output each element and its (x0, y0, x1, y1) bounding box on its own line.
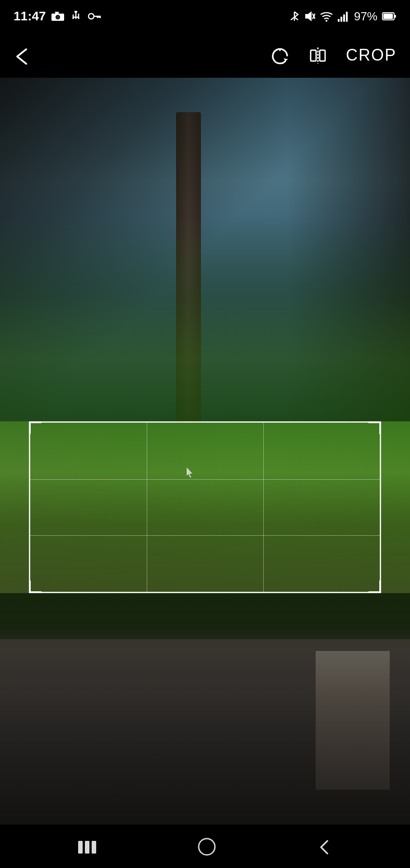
svg-rect-12 (340, 17, 342, 22)
signal-icon (338, 10, 349, 23)
home-button[interactable] (197, 836, 216, 856)
camera-icon (51, 11, 65, 22)
key-icon (87, 11, 103, 22)
time-display: 11:47 (14, 9, 46, 24)
svg-rect-14 (346, 12, 348, 22)
back-nav-button[interactable] (317, 837, 333, 855)
mute-icon (303, 10, 315, 23)
crop-overlay-top (0, 78, 410, 421)
svg-rect-24 (92, 841, 96, 854)
wifi-icon (320, 10, 333, 23)
nav-bar (0, 825, 410, 868)
status-bar: 11:47 (0, 0, 410, 33)
svg-point-7 (89, 14, 94, 19)
svg-rect-11 (338, 19, 340, 22)
flip-button[interactable] (308, 45, 328, 66)
recent-apps-button[interactable] (77, 837, 97, 855)
svg-rect-6 (75, 11, 77, 13)
image-container (0, 78, 410, 825)
svg-rect-18 (394, 15, 396, 18)
battery-display: 97% (354, 9, 377, 24)
back-nav-icon (317, 839, 333, 855)
flip-icon (308, 46, 328, 66)
svg-point-2 (56, 16, 59, 19)
svg-rect-21 (320, 50, 325, 61)
photo-middle-section (0, 421, 410, 593)
svg-point-25 (199, 839, 215, 855)
recent-apps-icon (77, 839, 97, 855)
status-right: 97% (290, 9, 396, 24)
svg-rect-23 (85, 841, 89, 854)
rotate-button[interactable] (270, 45, 290, 66)
toolbar-right: CROP (270, 45, 396, 66)
back-arrow-icon (14, 47, 33, 66)
svg-rect-3 (55, 12, 59, 14)
svg-rect-17 (383, 14, 393, 19)
home-icon (197, 837, 216, 856)
crop-button[interactable]: CROP (346, 46, 396, 65)
bluetooth-icon (290, 10, 299, 23)
svg-point-5 (78, 17, 79, 19)
rotate-icon (270, 46, 290, 66)
svg-rect-20 (311, 50, 316, 61)
svg-point-10 (326, 20, 327, 22)
toolbar: CROP (0, 33, 410, 78)
status-left: 11:47 (14, 9, 103, 24)
svg-rect-22 (78, 841, 83, 854)
back-button[interactable] (14, 45, 33, 65)
usb-icon (70, 11, 82, 22)
crop-overlay-bottom (0, 593, 410, 825)
toolbar-left (14, 45, 33, 65)
svg-rect-13 (343, 14, 345, 22)
svg-point-4 (72, 17, 74, 19)
battery-icon (382, 12, 396, 20)
